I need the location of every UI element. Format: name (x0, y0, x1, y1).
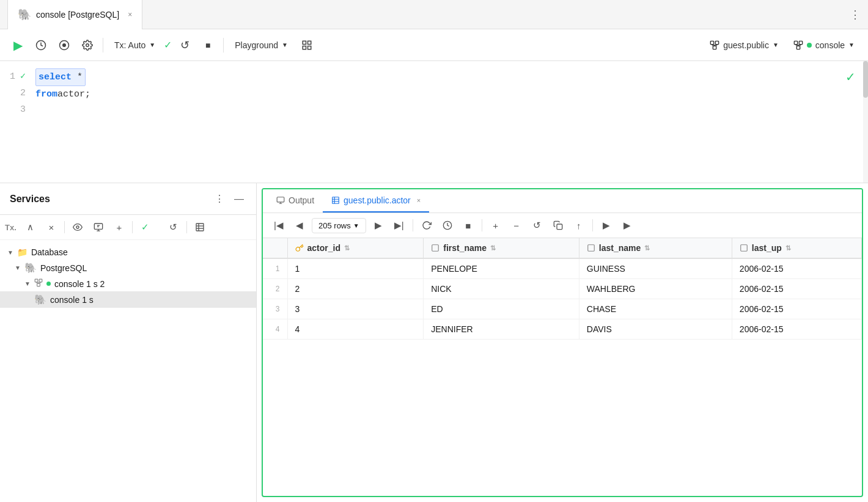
row-num-1: 1 (263, 258, 287, 279)
next-results-button-2[interactable]: ▶ (619, 217, 636, 234)
actor-id-1: 1 (287, 258, 424, 279)
text-col-icon-2 (587, 244, 595, 252)
divider (413, 219, 413, 231)
table-icon (195, 222, 205, 232)
row-num-3: 3 (263, 299, 287, 319)
svg-point-22 (76, 226, 79, 228)
pin-button[interactable] (54, 35, 75, 56)
table-row[interactable]: 2 2 NICK WAHLBERG 2006-02-15 (263, 279, 862, 299)
grid-icon (301, 40, 312, 51)
editor-content[interactable]: select * from actor; (31, 61, 868, 183)
first-name-1: PENELOPE (424, 258, 579, 279)
last-name-header[interactable]: last_name ⇅ (579, 238, 732, 258)
playground-dropdown[interactable]: Playground ▼ (229, 38, 294, 53)
divider-2 (223, 38, 224, 53)
table-view-button[interactable] (191, 219, 209, 236)
global-check-icon: ✓ (845, 70, 856, 84)
services-minimize-button[interactable]: — (232, 191, 246, 207)
collapse-button[interactable]: × (42, 219, 61, 236)
table-row[interactable]: 3 3 ED CHASE 2006-02-15 (263, 299, 862, 319)
first-name-header[interactable]: first_name ⇅ (424, 238, 579, 258)
svg-rect-5 (308, 41, 311, 44)
new-console-button[interactable] (89, 219, 108, 236)
actor-id-2: 2 (287, 279, 424, 299)
expand-button[interactable]: ∧ (21, 219, 40, 236)
services-header: Services ⋮ — (0, 183, 256, 215)
copy-button[interactable] (550, 217, 567, 234)
editor-toolbar: ▶ Tx: Auto ▼ ✓ ↺ ■ Playground ▼ guest.pu… (0, 29, 868, 61)
refresh-button[interactable]: ↺ (164, 219, 183, 236)
table-row[interactable]: 1 1 PENELOPE GUINESS 2006-02-15 (263, 258, 862, 279)
tab-close-button[interactable]: × (128, 10, 132, 19)
results-tabs: Output guest.public.actor × (263, 189, 862, 213)
results-toolbar: |◀ ◀ 205 rows ▼ ▶ ▶| ■ + − ↺ ↑ (263, 213, 862, 238)
data-table-wrap[interactable]: actor_id ⇅ first_name ⇅ (263, 238, 862, 496)
tab-more-button[interactable]: ⋮ (850, 8, 861, 21)
svg-rect-10 (713, 46, 716, 49)
new-console-icon (94, 222, 103, 232)
console-icon (793, 40, 803, 50)
tree-item-database[interactable]: ▼ 📁 Database (0, 245, 256, 260)
last-name-label: last_name (599, 243, 641, 253)
grid-button[interactable] (296, 35, 317, 56)
select-highlight: select * (35, 68, 86, 86)
connection-dot (46, 282, 51, 286)
prev-page-button[interactable]: ◀ (291, 217, 308, 234)
svg-rect-42 (333, 197, 339, 204)
svg-rect-39 (277, 197, 284, 202)
upload-button[interactable]: ↑ (570, 217, 587, 234)
run-button[interactable]: ▶ (7, 35, 28, 56)
tx-dropdown[interactable]: Tx: Auto ▼ (108, 38, 161, 53)
last-update-4: 2006-02-15 (732, 319, 861, 340)
next-page-button[interactable]: ▶ (370, 217, 387, 234)
actor-tab-close[interactable]: × (417, 197, 421, 204)
eye-button[interactable] (68, 219, 87, 236)
refresh-icon (422, 220, 432, 230)
undo-button[interactable]: ↺ (174, 35, 195, 56)
last-name-1: GUINESS (579, 258, 732, 279)
schema-dropdown[interactable]: guest.public ▼ (704, 38, 785, 53)
editor-area[interactable]: 1 ✓ 2 3 select * from actor; ✓ (0, 61, 868, 183)
console-dropdown[interactable]: console ▼ (787, 38, 861, 53)
actor-id-header[interactable]: actor_id ⇅ (287, 238, 424, 258)
tree-item-console-active[interactable]: 🐘 console 1 s (0, 291, 256, 308)
services-more-button[interactable]: ⋮ (212, 191, 227, 207)
playground-label: Playground (235, 40, 278, 50)
stop-button[interactable]: ■ (197, 35, 218, 56)
stop-results-button[interactable]: ■ (460, 217, 477, 234)
add-button[interactable]: + (110, 219, 128, 236)
remove-row-button[interactable]: − (508, 217, 525, 234)
add-row-button[interactable]: + (487, 217, 504, 234)
output-tab[interactable]: Output (268, 189, 323, 213)
svg-rect-9 (716, 41, 719, 44)
editor-scrollbar[interactable] (863, 61, 868, 183)
last-name-3: CHASE (579, 299, 732, 319)
actor-table-tab[interactable]: guest.public.actor × (323, 189, 429, 213)
history-button[interactable] (31, 35, 51, 56)
revert-button[interactable]: ↺ (529, 217, 546, 234)
time-button[interactable] (439, 217, 456, 234)
first-name-3: ED (424, 299, 579, 319)
last-update-header[interactable]: last_up ⇅ (732, 238, 861, 258)
table-body: 1 1 PENELOPE GUINESS 2006-02-15 2 2 NICK… (263, 258, 862, 340)
tree-item-postgresql[interactable]: ▼ 🐘 PostgreSQL (0, 260, 256, 276)
console-active-label: console 1 s (50, 295, 94, 305)
table-row[interactable]: 4 4 JENNIFER DAVIS 2006-02-15 (263, 319, 862, 340)
pg-icon: 🐘 (24, 262, 37, 274)
refresh-results-button[interactable] (418, 217, 435, 234)
rows-selector[interactable]: 205 rows ▼ (312, 218, 366, 233)
svg-point-3 (86, 43, 89, 46)
check-small-button[interactable]: ✓ (136, 219, 155, 236)
main-tab[interactable]: 🐘 console [PostgreSQL] × (7, 0, 142, 29)
actor-id-3: 3 (287, 299, 424, 319)
last-page-button[interactable]: ▶| (391, 217, 408, 234)
date-col-icon (740, 244, 748, 252)
settings-button[interactable] (77, 35, 98, 56)
postgresql-label: PostgreSQL (40, 263, 87, 273)
tree-item-console-parent[interactable]: ▼ console 1 s 2 (0, 276, 256, 291)
database-label: Database (31, 247, 68, 257)
divider-3 (186, 221, 187, 233)
first-page-button[interactable]: |◀ (270, 217, 287, 234)
scrollbar-thumb[interactable] (863, 61, 868, 98)
next-results-button[interactable]: ▶ (598, 217, 615, 234)
